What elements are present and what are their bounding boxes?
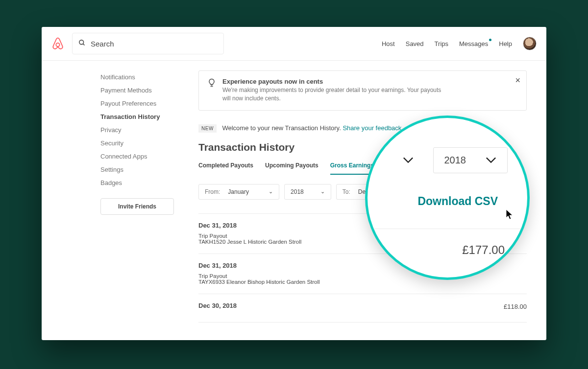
- new-badge: NEW: [198, 124, 217, 133]
- top-bar: Host Saved Trips Messages Help: [42, 27, 546, 61]
- zoom-year-select[interactable]: 2018: [433, 147, 508, 173]
- sidebar: Notifications Payment Methods Payout Pre…: [100, 70, 184, 323]
- transaction-date: Dec 31, 2018: [198, 262, 320, 269]
- nav-messages[interactable]: Messages: [459, 40, 488, 47]
- sidebar-item-connected-apps[interactable]: Connected Apps: [100, 150, 184, 163]
- lightbulb-icon: [207, 78, 217, 88]
- from-month-select[interactable]: From: January ⌄: [198, 184, 279, 200]
- tab-gross-earnings[interactable]: Gross Earnings: [330, 162, 374, 175]
- nav-host[interactable]: Host: [382, 40, 395, 47]
- zoom-year-value: 2018: [444, 155, 466, 166]
- transaction-type: Trip Payout: [198, 233, 301, 239]
- download-csv-link[interactable]: Download CSV: [382, 195, 498, 208]
- chevron-down-icon: [486, 155, 496, 166]
- chevron-down-icon: ⌄: [320, 188, 325, 195]
- svg-point-1: [79, 40, 84, 44]
- nav-trips[interactable]: Trips: [435, 40, 448, 47]
- sidebar-item-payment-methods[interactable]: Payment Methods: [100, 84, 184, 97]
- invite-friends-button[interactable]: Invite Friends: [100, 198, 174, 215]
- tab-upcoming-payouts[interactable]: Upcoming Payouts: [265, 162, 318, 175]
- brand-logo-icon[interactable]: [51, 37, 64, 50]
- sidebar-item-security[interactable]: Security: [100, 137, 184, 150]
- top-nav: Host Saved Trips Messages Help: [382, 37, 537, 50]
- cursor-icon: [506, 209, 514, 222]
- sidebar-item-payout-preferences[interactable]: Payout Preferences: [100, 97, 184, 110]
- zoom-prev-chevron[interactable]: [394, 147, 422, 173]
- divider: [368, 229, 527, 229]
- transaction-date: Dec 31, 2018: [198, 222, 301, 229]
- transaction-desc: TAKH1520 Jesse L Historic Garden Stroll: [198, 239, 301, 245]
- search-input[interactable]: [91, 40, 218, 48]
- transaction-amount: £118.00: [504, 303, 527, 310]
- transaction-row: Dec 30, 2018 £118.00: [198, 294, 527, 323]
- chevron-down-icon: [403, 155, 414, 166]
- search-box[interactable]: [72, 33, 224, 54]
- close-icon[interactable]: ×: [513, 74, 522, 87]
- transaction-type: Trip Payout: [198, 273, 320, 279]
- zoom-amount: £177.00: [462, 243, 505, 257]
- nav-saved[interactable]: Saved: [406, 40, 424, 47]
- svg-line-2: [83, 44, 84, 45]
- from-year-select[interactable]: 2018 ⌄: [284, 184, 331, 200]
- tab-completed-payouts[interactable]: Completed Payouts: [198, 162, 253, 175]
- sidebar-item-transaction-history[interactable]: Transaction History: [100, 110, 184, 123]
- sidebar-item-notifications[interactable]: Notifications: [100, 70, 184, 84]
- sidebar-item-badges[interactable]: Badges: [100, 176, 184, 189]
- sidebar-item-settings[interactable]: Settings: [100, 163, 184, 176]
- info-banner: Experience payouts now in cents We're ma…: [198, 70, 527, 111]
- welcome-text: Welcome to your new Transaction History.: [222, 124, 341, 132]
- avatar[interactable]: [523, 37, 537, 50]
- transaction-date: Dec 30, 2018: [198, 302, 237, 309]
- sidebar-item-privacy[interactable]: Privacy: [100, 123, 184, 137]
- banner-text: We're making improvements to provide gre…: [222, 86, 448, 103]
- feedback-link[interactable]: Share your feedback.: [343, 124, 403, 132]
- transaction-desc: TAYX6933 Eleanor Bishop Historic Garden …: [198, 279, 320, 285]
- search-icon: [78, 39, 86, 48]
- banner-title: Experience payouts now in cents: [222, 78, 448, 85]
- nav-help[interactable]: Help: [499, 40, 512, 47]
- magnifier-overlay: 2018 Download CSV £177.00: [365, 115, 530, 280]
- notification-dot-icon: [489, 39, 491, 41]
- chevron-down-icon: ⌄: [269, 188, 273, 195]
